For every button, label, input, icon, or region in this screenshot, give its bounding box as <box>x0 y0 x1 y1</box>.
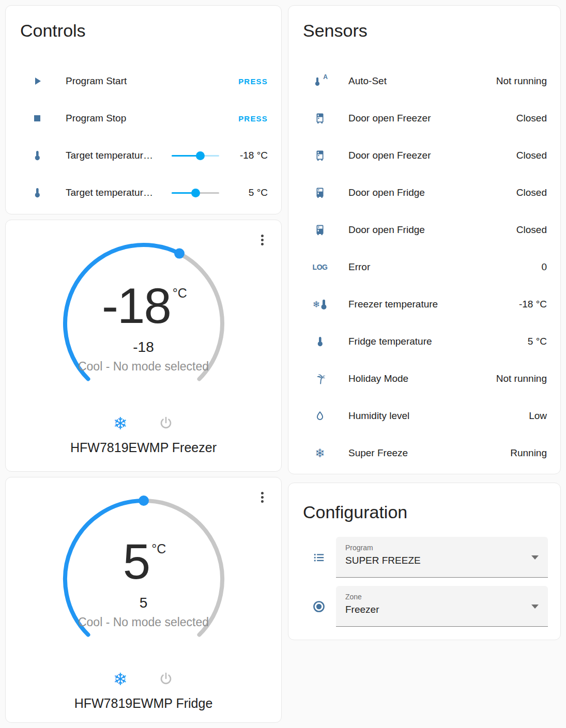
sensor-value: Not running <box>496 373 547 384</box>
sensor-value: Closed <box>516 224 547 236</box>
control-label: Program Stop <box>66 113 238 124</box>
sensor-row-fridge-temperature[interactable]: Fridge temperature 5 °C <box>288 323 560 360</box>
sensor-label: Door open Freezer <box>348 150 516 161</box>
palm-tree-icon <box>312 373 328 385</box>
dial-knob[interactable] <box>174 249 185 259</box>
cool-mode-icon[interactable]: ❄ <box>113 415 128 432</box>
card-title: Configuration <box>303 483 546 523</box>
more-options-icon[interactable] <box>260 491 265 504</box>
control-label: Program Start <box>66 75 238 87</box>
program-select[interactable]: Program SUPER FREEZE <box>336 537 548 578</box>
radiobox-marked-icon <box>311 599 327 614</box>
sensor-label: Holiday Mode <box>348 373 496 384</box>
dial-arc-active <box>65 501 143 635</box>
sensor-row-auto-set[interactable]: A Auto-Set Not running <box>288 63 560 100</box>
fridge-top-icon <box>312 187 328 199</box>
thermometer-icon <box>29 149 45 162</box>
sensor-label: Humidity level <box>348 410 529 422</box>
slider-value: -18 °C <box>224 150 268 161</box>
control-row-target-temp-freezer: Target temperatur… -18 °C <box>6 137 281 174</box>
fridge-bottom-icon <box>312 149 328 162</box>
freezer-thermostat-card: -18°C -18 Cool - No mode selected ❄ HFW7… <box>5 220 282 472</box>
dial-arc-active <box>65 245 179 379</box>
dial-arc-rest <box>144 501 222 635</box>
sensor-label: Fridge temperature <box>348 336 528 347</box>
hvac-mode-buttons: ❄ <box>6 413 281 433</box>
press-button[interactable]: PRESS <box>238 114 268 123</box>
hvac-mode-buttons: ❄ <box>6 669 281 689</box>
power-off-icon[interactable] <box>158 415 174 431</box>
zone-select[interactable]: Zone Freezer <box>336 586 548 627</box>
select-value: Freezer <box>345 604 523 615</box>
sensor-label: Freezer temperature <box>348 299 519 310</box>
sensor-row-door-open-freezer[interactable]: Door open Freezer Closed <box>288 137 560 174</box>
sensor-value: Closed <box>516 187 547 198</box>
slider-knob[interactable] <box>196 151 205 160</box>
sensor-row-super-freeze[interactable]: ❄ Super Freeze Running <box>288 435 560 472</box>
fridge-bottom-icon <box>312 112 328 125</box>
sensor-row-error[interactable]: LOG Error 0 <box>288 249 560 286</box>
select-label: Zone <box>345 593 523 601</box>
thermometer-auto-icon: A <box>312 75 328 87</box>
sensors-card: Sensors A Auto-Set Not running Door open… <box>288 5 561 474</box>
sensor-value: Running <box>510 447 547 459</box>
snowflake-icon: ❄ <box>312 447 328 459</box>
card-title: Controls <box>20 6 267 42</box>
config-row-program: Program SUPER FREEZE <box>288 537 560 578</box>
configuration-card: Configuration Program SUPER FREEZE Zone … <box>288 483 561 640</box>
dial-arc-rest <box>179 254 222 379</box>
snowflake-thermometer-icon: ❄ <box>312 299 328 310</box>
target-temp-slider[interactable] <box>172 188 219 197</box>
fridge-thermostat-card: 5°C 5 Cool - No mode selected ❄ HFW7819E… <box>5 477 282 723</box>
control-row-program-stop: Program Stop PRESS <box>6 100 281 137</box>
sensor-value: Not running <box>496 75 547 87</box>
target-temp-slider[interactable] <box>172 151 219 160</box>
config-row-zone: Zone Freezer <box>288 586 560 627</box>
sensor-label: Door open Fridge <box>348 224 516 236</box>
select-value: SUPER FREEZE <box>345 555 523 566</box>
fridge-top-icon <box>312 224 328 236</box>
sensor-row-door-open-freezer[interactable]: Door open Freezer Closed <box>288 100 560 137</box>
card-title: Sensors <box>303 6 546 42</box>
select-label: Program <box>345 544 523 552</box>
stop-icon <box>29 112 45 125</box>
sensor-value: Closed <box>516 150 547 161</box>
control-row-program-start: Program Start PRESS <box>6 63 281 100</box>
sensor-row-freezer-temperature[interactable]: ❄ Freezer temperature -18 °C <box>288 286 560 323</box>
freezer-dial: -18°C -18 Cool - No mode selected <box>56 236 232 411</box>
cool-mode-icon[interactable]: ❄ <box>113 671 128 688</box>
sensor-label: Super Freeze <box>348 447 510 459</box>
log-icon: LOG <box>312 263 328 271</box>
more-options-icon[interactable] <box>260 234 265 246</box>
control-label: Target temperatur… <box>66 187 172 198</box>
dial-knob[interactable] <box>139 495 149 506</box>
water-drop-icon <box>312 410 328 422</box>
list-bulleted-icon <box>311 551 327 564</box>
sensor-value: 5 °C <box>528 336 547 347</box>
chevron-down-icon <box>531 605 539 609</box>
device-name: HFW7819EWMP Freezer <box>6 440 281 455</box>
device-name: HFW7819EWMP Fridge <box>6 696 281 711</box>
sensor-label: Door open Fridge <box>348 187 516 198</box>
press-button[interactable]: PRESS <box>238 77 268 86</box>
sensor-value: Low <box>529 410 547 422</box>
sensor-label: Door open Freezer <box>348 113 516 124</box>
play-icon <box>29 75 45 87</box>
sensor-row-door-open-fridge[interactable]: Door open Fridge Closed <box>288 211 560 249</box>
power-off-icon[interactable] <box>158 671 174 687</box>
sensor-value: 0 <box>541 261 547 273</box>
sensor-label: Auto-Set <box>348 75 496 87</box>
sensor-label: Error <box>348 261 541 273</box>
control-row-target-temp-fridge: Target temperatur… 5 °C <box>6 174 281 211</box>
sensor-row-humidity-level[interactable]: Humidity level Low <box>288 397 560 435</box>
control-label: Target temperatur… <box>66 150 172 161</box>
thermometer-icon <box>312 335 328 348</box>
sensor-row-holiday-mode[interactable]: Holiday Mode Not running <box>288 360 560 397</box>
thermometer-icon <box>29 187 45 199</box>
sensor-value: -18 °C <box>519 299 547 310</box>
sensor-row-door-open-fridge[interactable]: Door open Fridge Closed <box>288 174 560 211</box>
slider-value: 5 °C <box>224 187 268 198</box>
dashboard: Controls Program Start PRESS Program Sto… <box>0 0 566 728</box>
slider-knob[interactable] <box>191 189 200 197</box>
chevron-down-icon <box>531 555 539 560</box>
